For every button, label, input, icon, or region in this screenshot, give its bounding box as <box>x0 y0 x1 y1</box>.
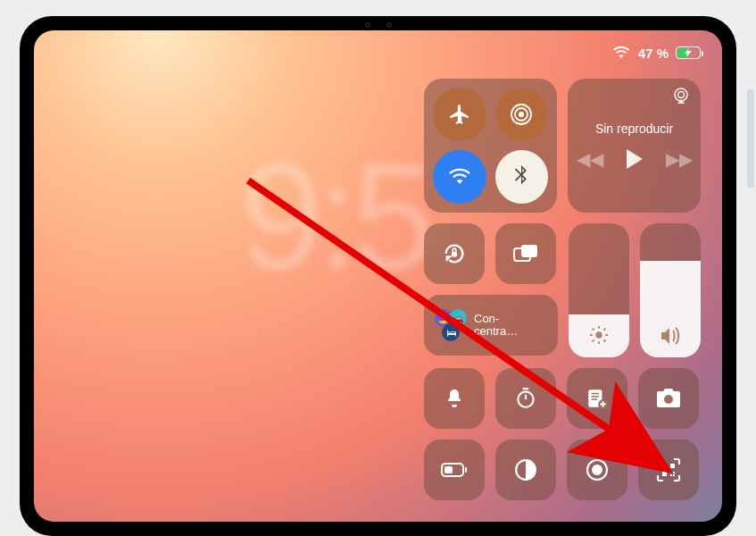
qr-scan-button[interactable] <box>638 440 699 500</box>
camera-button[interactable] <box>638 368 699 429</box>
svg-rect-39 <box>670 474 672 476</box>
screen-mirroring-button[interactable] <box>495 223 556 284</box>
svg-point-27 <box>664 395 673 404</box>
svg-point-3 <box>675 88 687 101</box>
bezel: 9:5 47 % <box>20 16 736 536</box>
low-power-icon <box>441 463 468 477</box>
focus-button[interactable]: 🌙 🚗 🛏 Con- centra… <box>424 295 558 356</box>
svg-point-4 <box>678 92 685 98</box>
timer-button[interactable] <box>495 368 556 429</box>
brightness-slider[interactable] <box>569 223 629 357</box>
play-button[interactable] <box>627 149 643 169</box>
media-controls-tile[interactable]: Sin reproducir ◀◀ ▶▶ <box>568 79 701 213</box>
svg-rect-40 <box>673 474 675 476</box>
airdrop-toggle[interactable] <box>495 88 549 141</box>
svg-rect-37 <box>670 472 672 473</box>
qr-scan-icon <box>655 456 682 483</box>
rewind-button[interactable]: ◀◀ <box>577 148 603 170</box>
svg-rect-38 <box>673 472 675 473</box>
screen-record-button[interactable] <box>567 440 627 500</box>
battery-icon <box>676 46 701 59</box>
wifi-status-icon <box>610 41 633 64</box>
low-power-toggle[interactable] <box>424 440 485 500</box>
device-frame: 9:5 47 % <box>0 0 756 536</box>
screen: 9:5 47 % <box>34 30 722 522</box>
screen-record-icon <box>585 457 610 482</box>
brightness-icon <box>569 325 629 345</box>
airplane-mode-toggle[interactable] <box>433 88 486 141</box>
charging-bolt-icon <box>685 48 692 57</box>
svg-rect-34 <box>662 464 667 468</box>
wifi-icon <box>448 168 471 186</box>
svg-point-0 <box>519 112 524 117</box>
svg-line-14 <box>604 340 606 342</box>
camera-icon <box>656 389 681 408</box>
airdrop-icon <box>509 102 534 127</box>
svg-point-8 <box>595 331 602 338</box>
volume-slider[interactable] <box>640 223 701 357</box>
focus-modes-icon: 🌙 🚗 🛏 <box>435 309 467 341</box>
media-transport: ◀◀ ▶▶ <box>577 148 693 170</box>
dark-mode-toggle[interactable] <box>495 440 556 500</box>
orientation-lock-icon <box>442 241 467 266</box>
side-button <box>747 89 754 188</box>
svg-rect-36 <box>662 472 667 476</box>
svg-line-16 <box>604 329 606 331</box>
front-camera <box>365 22 392 28</box>
airplane-icon <box>448 103 471 126</box>
wifi-toggle[interactable] <box>433 150 486 204</box>
svg-line-15 <box>593 340 594 342</box>
media-title-label: Sin reproducir <box>595 121 673 136</box>
volume-icon <box>640 327 701 345</box>
svg-point-33 <box>592 465 602 475</box>
svg-rect-35 <box>670 464 675 468</box>
silent-toggle[interactable] <box>424 368 485 429</box>
battery-percent-label: 47 % <box>638 46 669 61</box>
screen-mirroring-icon <box>512 243 539 264</box>
timer-icon <box>514 387 537 410</box>
svg-line-13 <box>593 329 594 331</box>
svg-rect-30 <box>444 466 453 473</box>
svg-rect-7 <box>521 245 537 257</box>
airplay-icon[interactable] <box>672 88 690 104</box>
notes-icon <box>586 387 609 410</box>
bluetooth-icon <box>514 165 528 188</box>
svg-rect-5 <box>452 252 457 257</box>
focus-label: Con- centra… <box>474 313 518 339</box>
dark-mode-icon <box>514 458 537 482</box>
silent-icon <box>444 388 465 409</box>
svg-rect-29 <box>465 467 467 473</box>
orientation-lock-toggle[interactable] <box>424 223 485 284</box>
lockscreen-clock: 9:5 <box>239 129 428 304</box>
connectivity-group[interactable] <box>424 79 557 213</box>
quick-note-button[interactable] <box>567 368 627 429</box>
control-center: Sin reproducir ◀◀ ▶▶ <box>424 79 701 500</box>
status-bar: 47 % <box>610 41 701 64</box>
forward-button[interactable]: ▶▶ <box>666 148 693 170</box>
bluetooth-toggle[interactable] <box>495 150 549 204</box>
